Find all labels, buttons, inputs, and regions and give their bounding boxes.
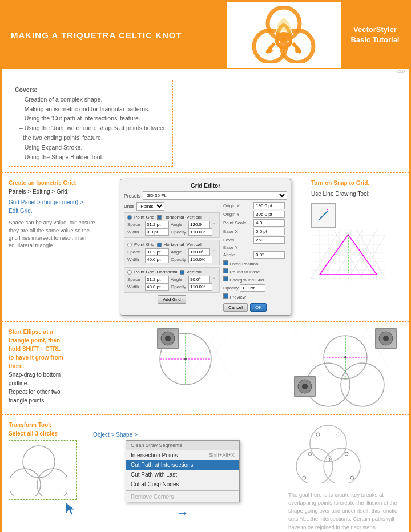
svg-point-29 [165,336,171,341]
ge-presets-label: Presets [124,193,140,199]
ge-bg-label: Background Grid [229,277,264,283]
transform-dashed-box [9,440,77,500]
header-knot-area [227,2,341,68]
svg-point-40 [184,358,187,360]
ge-origin-x-input[interactable] [253,202,285,209]
ellipse-section: Start Ellipse at atriangle point, thenho… [2,322,409,415]
ge-origin-y-input[interactable] [253,211,285,218]
ellipse-sub2: Repeat for other twotriangle points. [9,388,100,405]
ge-base-x-input[interactable] [253,228,285,235]
transform-circles-right [288,421,402,486]
ellipse-sub1: Snap-drag to bottomgridline. [9,370,100,388]
ge-level-label: Level [223,237,252,243]
ge-angle-input-2[interactable] [188,248,210,256]
ge-ok-button[interactable]: OK [250,303,267,312]
line-tool-label: Use Line Drawing Tool: [311,190,402,198]
ge-gs-row-2b: Width Opacity [127,256,216,263]
cm-item-cut-last[interactable]: Cut Path with Last [126,470,239,479]
ge-space-input-1[interactable] [145,221,169,228]
svg-line-23 [357,230,385,279]
ge-space-label-1: Space [127,222,143,227]
cm-item-remove-corners-label: Remove Corners [131,494,174,500]
ge-width-input-2[interactable] [145,256,169,263]
covers-item-3: – Using the 'Cut path at intersections' … [15,114,167,123]
ge-width-label-3: Width [127,284,143,289]
ge-gs-type-1: Point Grid [134,215,155,220]
ge-base-x-row: Base X [223,228,291,235]
ge-point-scale-input[interactable] [253,219,285,227]
ge-base-y-row: Base Y [223,245,291,250]
ge-radio-1 [127,215,132,220]
ge-grid-row-1: Point Grid Horizontal Vertical Space Ang… [124,212,220,238]
svg-point-71 [327,458,330,461]
ge-origin-y-row: Origin Y [223,211,291,218]
svg-point-73 [350,476,354,479]
covers-box: Covers: – Creation of a complex shape. –… [9,80,173,167]
ge-col-left: Units Points Point Grid Horizontal Verti… [124,202,220,312]
svg-line-48 [337,328,365,377]
ge-angle-input[interactable] [253,251,285,259]
ellipse-thumb-3 [294,376,316,397]
transform-right: The goal here is to create key breaks at… [288,421,402,531]
ge-preview-label: Preview [229,295,245,300]
ge-opacity-input-3[interactable] [188,283,212,291]
ellipse-diagram-left-container [157,328,231,409]
ge-radio-2 [127,243,132,247]
ge-bg-grid-row: Background Grid [223,276,291,283]
line-tool-svg [316,207,332,223]
cm-item-cut-cusp[interactable]: Cut at Cusp Nodes [126,479,239,489]
ge-angle-input-3[interactable] [188,276,210,283]
covers-item-5: – Using Expand Stroke. [15,143,167,152]
ge-opacity-label-1: Opacity [171,229,187,235]
ge-units-row: Units Points [124,202,220,211]
ge-units-select[interactable]: Points [136,202,164,211]
ge-space-input-2[interactable] [145,248,169,256]
add-grid-button[interactable]: Add Grid [158,295,186,304]
ge-presets-select[interactable]: GD 36 Pt. [143,191,287,200]
ge-horiz-1 [157,215,162,220]
ge-grid-row-2: Point Grid Horizontal Vertical Space Ang… [124,240,220,265]
svg-line-18 [311,230,340,279]
svg-point-68 [337,433,340,436]
ge-radio-3 [127,270,132,275]
ge-origin-x-label: Origin X [223,203,252,208]
cm-item-remove-corners[interactable]: Remove Corners [126,492,239,502]
svg-point-62 [37,469,67,496]
cm-item-cut-path[interactable]: Cut Path at Intersections [126,460,239,470]
cm-item-intersection[interactable]: Intersection Points Shift+Alt+X [126,450,239,460]
ge-opacity-label-2: Opacity [171,257,187,262]
ge-gs-type-2: Point Grid [134,242,155,247]
svg-point-67 [316,433,320,436]
ge-opacity-input-2[interactable] [188,256,212,263]
cm-title: Clean Stray Segments [126,441,239,450]
ge-main-cols: Units Points Point Grid Horizontal Verti… [124,202,287,312]
cm-divider [126,490,239,491]
ge-buttons-row: Cancel OK [223,303,291,312]
covers-item-6: – Using the Shape Builder Tool. [15,152,167,162]
ge-width-input-3[interactable] [145,283,169,291]
covers-item-2: – Making an isometric grid for triangula… [15,104,167,114]
menu-container: Object > Shape > Clean Stray Segments In… [82,432,284,521]
ge-width-input-1[interactable] [145,228,169,236]
ge-gs-header-1: Point Grid Horizontal Vertical [127,215,216,220]
grid-title: Create an Isometric Grid: [9,179,100,187]
ge-angle-arrow-3: ⌃ [212,277,216,283]
ellipse-title: Start Ellipse at atriangle point, thenho… [9,328,100,370]
ellipse-diagram-left [104,328,284,409]
triangle-sketch [311,230,402,284]
svg-point-69 [308,452,312,456]
ge-angle-arrow-1: ⌃ [212,222,216,228]
ge-opacity-input-r[interactable] [240,284,265,292]
ge-angle-input-1[interactable] [188,221,210,228]
ge-base-y-label: Base Y [223,245,252,250]
ge-space-input-3[interactable] [145,276,169,283]
grid-editor-container: Grid Editor Presets GD 36 Pt. Units Poin… [104,179,307,316]
grid-editor-dialog: Grid Editor Presets GD 36 Pt. Units Poin… [120,179,291,316]
ge-space-label-2: Space [127,249,143,255]
ge-level-input[interactable] [253,236,285,244]
ge-point-scale-row: Point Scale [223,219,291,227]
ge-opacity-input-1[interactable] [188,228,212,236]
grid-link: Grid Panel > (burger menu) > Edit Grid. [9,198,100,215]
ge-angle-arrow: ⌃ [287,252,291,257]
ge-cancel-button[interactable]: Cancel [223,303,248,312]
